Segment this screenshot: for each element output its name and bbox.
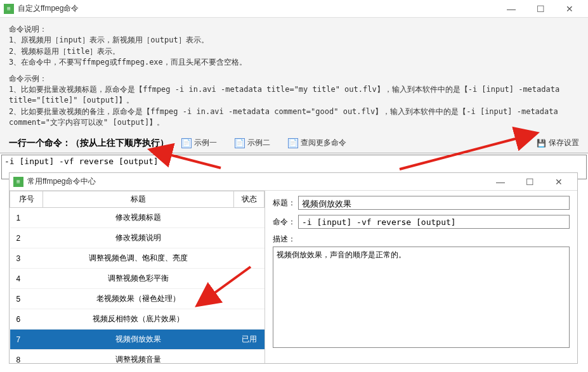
row-status: 已用 (234, 330, 265, 350)
help-line-3: 3、在命令中，不要写ffmpeg或ffmpeg.exe，而且头尾不要含空格。 (9, 57, 579, 68)
row-status (234, 289, 265, 309)
help-heading-2: 命令示例： (9, 74, 579, 84)
row-id: 2 (10, 228, 43, 248)
row-id: 7 (10, 330, 43, 350)
row-title: 老视频效果（褪色处理） (43, 289, 234, 309)
window-title: 自定义ffmpeg命令 (18, 3, 497, 14)
inner-window-title: 常用ffmpeg命令中心 (27, 176, 486, 187)
command-table: 序号 标题 状态 1修改视频标题2修改视频说明3调整视频色调、饱和度、亮度4调整… (10, 191, 265, 363)
row-id: 3 (10, 248, 43, 269)
table-row[interactable]: 1修改视频标题 (10, 208, 265, 228)
command-center-window: ≡ 常用ffmpeg命令中心 — ☐ ✕ 序号 标题 状态 1修改视频标题2修改… (10, 173, 577, 363)
row-status (234, 208, 265, 228)
detail-desc-input[interactable]: 视频倒放效果，声音的顺序是正常的。 (273, 247, 570, 348)
inner-maximize-button[interactable]: ☐ (515, 173, 544, 191)
row-id: 4 (10, 269, 43, 289)
detail-desc-label: 描述： (273, 234, 570, 245)
more-commands-button[interactable]: 查阅更多命令 (288, 138, 346, 148)
detail-title-input[interactable]: 视频倒放效果 (298, 196, 570, 210)
table-row[interactable]: 3调整视频色调、饱和度、亮度 (10, 248, 265, 269)
detail-title-label: 标题： (273, 198, 298, 208)
save-label: 保存设置 (549, 138, 579, 148)
window-controls: — ☐ ✕ (497, 0, 584, 18)
row-id: 1 (10, 208, 43, 228)
row-status (234, 248, 265, 269)
row-id: 5 (10, 289, 43, 309)
detail-panel: 标题： 视频倒放效果 命令： -i [input] -vf reverse [o… (265, 191, 577, 363)
help-heading-1: 命令说明： (9, 24, 579, 35)
inner-minimize-button[interactable]: — (486, 173, 515, 191)
app-icon: ≡ (4, 4, 14, 14)
table-row[interactable]: 7视频倒放效果已用 (10, 330, 265, 350)
table-row[interactable]: 4调整视频色彩平衡 (10, 269, 265, 289)
row-title: 调整视频音量 (43, 350, 234, 364)
row-id: 8 (10, 350, 43, 364)
minimize-button[interactable]: — (497, 0, 526, 18)
app-icon: ≡ (13, 177, 23, 187)
detail-cmd-input[interactable]: -i [input] -vf reverse [output] (298, 215, 570, 229)
row-status (234, 309, 265, 330)
table-row[interactable]: 2修改视频说明 (10, 228, 265, 248)
table-header-title[interactable]: 标题 (43, 191, 234, 208)
save-icon (536, 138, 546, 148)
document-icon (288, 138, 298, 148)
row-status (234, 269, 265, 289)
detail-cmd-label: 命令： (273, 217, 298, 228)
example2-button[interactable]: 示例二 (235, 138, 270, 148)
maximize-button[interactable]: ☐ (526, 0, 555, 18)
row-title: 修改视频说明 (43, 228, 234, 248)
example1-label: 示例一 (194, 138, 217, 148)
more-label: 查阅更多命令 (301, 138, 346, 148)
example2-label: 示例二 (247, 138, 270, 148)
save-settings-button[interactable]: 保存设置 (536, 138, 579, 148)
toolbar: 一行一个命令：（按从上往下顺序执行） 示例一 示例二 查阅更多命令 保存设置 (0, 134, 588, 153)
table-header-id[interactable]: 序号 (10, 191, 43, 208)
command-table-panel: 序号 标题 状态 1修改视频标题2修改视频说明3调整视频色调、饱和度、亮度4调整… (10, 191, 265, 363)
row-title: 视频反相特效（底片效果） (43, 309, 234, 330)
inner-window-controls: — ☐ ✕ (486, 173, 573, 191)
row-id: 6 (10, 309, 43, 330)
row-title: 调整视频色调、饱和度、亮度 (43, 248, 234, 269)
row-title: 修改视频标题 (43, 208, 234, 228)
example1-button[interactable]: 示例一 (181, 138, 217, 148)
document-icon (235, 138, 245, 148)
row-title: 视频倒放效果 (43, 330, 234, 350)
row-status (234, 350, 265, 364)
row-title: 调整视频色彩平衡 (43, 269, 234, 289)
main-titlebar: ≡ 自定义ffmpeg命令 — ☐ ✕ (0, 0, 588, 18)
document-icon (181, 138, 192, 148)
table-row[interactable]: 6视频反相特效（底片效果） (10, 309, 265, 330)
table-row[interactable]: 8调整视频音量 (10, 350, 265, 364)
inner-close-button[interactable]: ✕ (544, 173, 573, 191)
toolbar-label: 一行一个命令：（按从上往下顺序执行） (9, 138, 169, 149)
inner-titlebar: ≡ 常用ffmpeg命令中心 — ☐ ✕ (10, 173, 577, 191)
row-status (234, 228, 265, 248)
help-section: 命令说明： 1、原视频用［input］表示，新视频用［output］表示。 2、… (0, 18, 588, 134)
table-header-status[interactable]: 状态 (234, 191, 265, 208)
help-line-1: 1、原视频用［input］表示，新视频用［output］表示。 (9, 35, 579, 46)
close-button[interactable]: ✕ (555, 0, 584, 18)
help-line-2: 2、视频标题用［title］表示。 (9, 46, 579, 57)
help-example-1: 1、比如要批量改视频标题，原命令是【ffmpeg -i in.avi -meta… (9, 84, 579, 106)
table-row[interactable]: 5老视频效果（褪色处理） (10, 289, 265, 309)
help-example-2: 2、比如要批量改视频的备注，原命令是【ffmpeg -i in.avi -met… (9, 106, 579, 129)
